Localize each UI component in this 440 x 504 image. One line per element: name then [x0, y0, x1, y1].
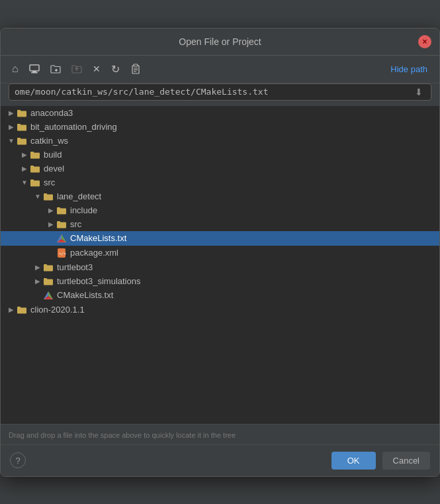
tree-arrow-src2[interactable]: ▶	[46, 221, 56, 228]
tree-item-build[interactable]: ▶ build	[1, 148, 439, 162]
tree-item-label-package_xml: package.xml	[70, 248, 118, 258]
home-button[interactable]: ⌂	[9, 61, 22, 77]
tree-item-label-anaconda3: anaconda3	[30, 108, 73, 118]
clipboard-button[interactable]	[127, 62, 144, 76]
tree-arrow-src[interactable]: ▼	[19, 179, 30, 186]
hide-path-button[interactable]: Hide path	[386, 62, 431, 76]
tree-item-label-src2: src	[70, 219, 81, 229]
tree-item-label-catkin_ws: catkin_ws	[30, 136, 68, 146]
svg-rect-1	[32, 71, 36, 72]
svg-rect-2	[31, 72, 38, 74]
tree-item-label-devel: devel	[44, 164, 64, 174]
path-bar: ⬇	[9, 83, 431, 101]
tree-item-clion[interactable]: ▶ clion-2020.1.1	[1, 303, 439, 317]
dialog-title: Open File or Project	[179, 36, 261, 47]
tree-item-label-src: src	[44, 177, 55, 187]
tree-arrow-turtlebot3_sim[interactable]: ▶	[32, 277, 43, 285]
tree-item-lane_detect[interactable]: ▼ lane_detect	[1, 189, 439, 203]
tree-arrow-clion[interactable]: ▶	[6, 306, 17, 313]
tree-item-label-include: include	[70, 205, 97, 215]
toolbar: ⌂ ✕ ↻	[1, 56, 439, 83]
tree-arrow-include[interactable]: ▶	[46, 207, 56, 214]
tree-item-label-cmakelists_lane: CMakeLists.txt	[70, 233, 126, 243]
tree-item-cmakelists_lane[interactable]: CMakeLists.txt	[1, 231, 439, 246]
cancel-button[interactable]: Cancel	[382, 452, 430, 470]
close-button[interactable]: ×	[418, 35, 431, 48]
svg-rect-7	[134, 64, 138, 66]
tree-item-label-clion: clion-2020.1.1	[30, 305, 85, 315]
refresh-button[interactable]: ↻	[108, 61, 123, 77]
tree-item-label-bit_auto: bit_automation_driving	[30, 122, 117, 132]
svg-rect-0	[30, 65, 39, 71]
tree-arrow-turtlebot3[interactable]: ▶	[32, 264, 43, 271]
tree-item-src[interactable]: ▼ src	[1, 176, 439, 189]
computer-button[interactable]	[26, 62, 43, 76]
tree-arrow-build[interactable]: ▶	[19, 151, 30, 158]
tree-arrow-devel[interactable]: ▶	[19, 165, 30, 172]
folder-up-button[interactable]	[68, 62, 85, 76]
help-button[interactable]: ?	[10, 452, 26, 468]
tree-item-label-lane_detect: lane_detect	[57, 191, 101, 201]
button-bar: ? OK Cancel	[1, 444, 439, 476]
tree-item-devel[interactable]: ▶ devel	[1, 162, 439, 176]
tree-item-src2[interactable]: ▶ src	[1, 217, 439, 231]
open-file-dialog: Open File or Project × ⌂	[0, 28, 440, 477]
delete-button[interactable]: ✕	[89, 62, 104, 76]
tree-arrow-bit_auto[interactable]: ▶	[6, 123, 17, 130]
new-folder-button[interactable]	[47, 62, 64, 76]
ok-button[interactable]: OK	[331, 452, 376, 470]
tree-item-include[interactable]: ▶ include	[1, 203, 439, 217]
tree-arrow-catkin_ws[interactable]: ▼	[6, 137, 17, 144]
tree-item-turtlebot3_sim[interactable]: ▶ turtlebot3_simulations	[1, 274, 439, 288]
tree-item-anaconda3[interactable]: ▶ anaconda3	[1, 106, 439, 120]
tree-item-package_xml[interactable]: </> package.xml	[1, 246, 439, 260]
path-download-icon[interactable]: ⬇	[412, 87, 425, 97]
tree-arrow-lane_detect[interactable]: ▼	[32, 193, 43, 200]
status-bar: Drag and drop a file into the space abov…	[1, 424, 439, 444]
tree-item-label-turtlebot3_sim: turtlebot3_simulations	[57, 276, 140, 286]
path-input[interactable]	[15, 87, 412, 97]
tree-item-turtlebot3[interactable]: ▶ turtlebot3	[1, 260, 439, 274]
file-tree[interactable]: ▶ anaconda3 ▶ bit_automation_driving ▼ c…	[1, 106, 439, 424]
status-text: Drag and drop a file into the space abov…	[9, 431, 236, 439]
svg-text:</>: </>	[59, 251, 66, 256]
title-bar: Open File or Project ×	[1, 28, 439, 56]
tree-item-label-cmakelists_root: CMakeLists.txt	[57, 290, 113, 300]
tree-item-bit_auto[interactable]: ▶ bit_automation_driving	[1, 120, 439, 134]
tree-arrow-anaconda3[interactable]: ▶	[6, 109, 17, 117]
tree-item-label-turtlebot3: turtlebot3	[57, 262, 93, 272]
tree-item-catkin_ws[interactable]: ▼ catkin_ws	[1, 134, 439, 148]
tree-item-cmakelists_root[interactable]: CMakeLists.txt	[1, 288, 439, 303]
tree-item-label-build: build	[44, 150, 62, 160]
